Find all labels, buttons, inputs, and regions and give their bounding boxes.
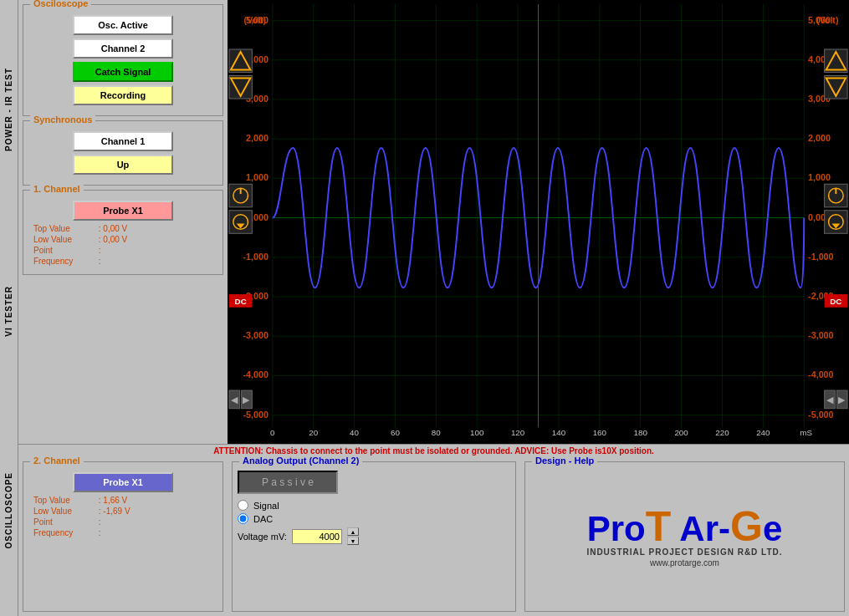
oscilloscope-group-title: Osciloscope [30,0,91,8]
svg-text:DC: DC [235,297,247,306]
logo-G: G [730,503,763,550]
design-help-group: Design - Help ProT Ar-Ge INDUSTRIAL PROJ… [524,461,845,612]
svg-text:mS: mS [800,428,812,437]
design-help-title: Design - Help [532,456,597,466]
channel2-top-label: Top Value [33,496,96,505]
channel1-low-value: : 0,00 V [99,235,127,244]
top-row: Osciloscope Osc. Active Channel 2 Catch … [18,0,849,444]
logo-subtitle: INDUSTRIAL PROJECT DESIGN R&D LTD. [586,547,782,557]
bottom-right-panel: Design - Help ProT Ar-Ge INDUSTRIAL PROJ… [520,457,849,616]
passive-button[interactable]: P a s s i v e [238,471,338,494]
channel2-button[interactable]: Channel 2 [73,38,173,59]
voltage-down-button[interactable]: ▼ [347,537,359,545]
voltage-input[interactable] [292,529,342,544]
svg-text:60: 60 [391,428,400,437]
channel2-point-label: Point [33,517,96,527]
channel2-title: 2. Channel [30,456,84,466]
svg-text:-3,000: -3,000 [243,330,268,340]
voltage-up-button[interactable]: ▲ [347,527,359,536]
channel1-title: 1. Channel [30,184,84,194]
analog-output-title: Analog Output (Channel 2) [239,456,362,466]
osc-active-button[interactable]: Osc. Active [73,15,173,35]
svg-text:-5,000: -5,000 [808,410,833,420]
synchronous-group-title: Synchronous [30,115,95,125]
svg-text:1,000: 1,000 [246,172,269,182]
channel1-point-row: Point : [33,246,212,255]
recording-button[interactable]: Recording [73,85,173,105]
channel1-freq-label: Frequency [33,257,96,266]
logo-space: Ar- [671,509,730,548]
dac-label: DAC [253,514,273,524]
channel1-point-label: Point [33,246,96,255]
channel1-freq-row: Frequency : [33,257,212,266]
svg-text:80: 80 [432,428,441,437]
bottom-middle-panel: Analog Output (Channel 2) P a s s i v e … [228,457,520,616]
channel1-group: 1. Channel Probe X1 Top Value : 0,00 V L… [23,190,223,275]
svg-text:100: 100 [470,428,484,437]
svg-text:180: 180 [634,428,648,437]
channel1-freq-value: : [99,257,101,266]
channel2-group: 2. Channel Probe X1 Top Value : 1,66 V L… [23,461,223,612]
bottom-section: 2. Channel Probe X1 Top Value : 1,66 V L… [18,457,849,616]
channel2-probe-button[interactable]: Probe X1 [73,472,173,492]
svg-text:(Volt): (Volt) [244,15,267,25]
bottom-left-panel: 2. Channel Probe X1 Top Value : 1,66 V L… [18,457,228,616]
svg-text:240: 240 [756,428,770,437]
dac-radio[interactable] [238,513,248,524]
dac-radio-row: DAC [238,513,510,524]
synchronous-group: Synchronous Channel 1 Up [23,120,223,186]
oscilloscope-group: Osciloscope Osc. Active Channel 2 Catch … [23,4,223,116]
voltage-spinner: ▲ ▼ [347,527,359,545]
svg-text:-5,000: -5,000 [243,410,268,420]
svg-text:▶: ▶ [838,395,846,405]
channel1-low-row: Low Value : 0,00 V [33,235,212,244]
channel1-probe-button[interactable]: Probe X1 [73,201,173,221]
logo-text: ProT Ar-Ge [587,506,783,547]
svg-text:2,000: 2,000 [246,133,269,143]
logo-area: ProT Ar-Ge INDUSTRIAL PROJECT DESIGN R&D… [530,467,839,606]
svg-text:(Volt): (Volt) [816,15,839,25]
logo-T: T [646,503,672,550]
svg-text:▶: ▶ [243,395,250,405]
svg-text:-1,000: -1,000 [808,252,833,262]
svg-text:120: 120 [511,428,525,437]
svg-text:-4,000: -4,000 [243,369,268,379]
left-sidebar: POWER - IR TEST VI TESTER OSCILLOSCOPE [0,0,18,616]
up-button[interactable]: Up [73,155,173,175]
svg-text:160: 160 [593,428,607,437]
vi-tester-label: VI TESTER [4,286,13,337]
channel2-low-row: Low Value : -1,69 V [33,507,212,516]
channel1-sync-button[interactable]: Channel 1 [73,131,173,151]
oscilloscope-label: OSCILLOSCOPE [4,472,13,548]
channel1-top-value: : 0,00 V [99,224,127,233]
channel1-top-row: Top Value : 0,00 V [33,224,212,233]
svg-text:-3,000: -3,000 [808,330,833,340]
power-ir-test-label: POWER - IR TEST [4,68,13,151]
svg-rect-85 [825,184,847,207]
channel1-top-label: Top Value [33,224,96,233]
logo-url: www.protarge.com [650,558,719,568]
channel2-low-label: Low Value [33,507,96,516]
catch-signal-button[interactable]: Catch Signal [73,62,173,82]
channel2-freq-label: Frequency [33,528,96,537]
channel2-low-value: : -1,69 V [99,507,130,516]
osc-svg: 5,000 4,000 3,000 2,000 1,000 0,000 -1,0… [228,0,849,444]
voltage-label: Voltage mV: [238,532,287,542]
signal-radio[interactable] [238,500,248,511]
svg-text:40: 40 [350,428,359,437]
logo-e: e [763,509,782,548]
svg-text:DC: DC [830,297,841,306]
svg-text:-4,000: -4,000 [808,369,833,379]
main-content: Osciloscope Osc. Active Channel 2 Catch … [18,0,849,616]
channel2-point-row: Point : [33,517,212,527]
channel2-freq-row: Frequency : [33,528,212,537]
channel2-freq-value: : [99,528,101,537]
svg-text:200: 200 [674,428,688,437]
svg-text:140: 140 [552,428,566,437]
analog-output-group: Analog Output (Channel 2) P a s s i v e … [232,461,516,612]
svg-text:20: 20 [309,428,318,437]
attention-bar: ATTENTION: Chassis to connect to the poi… [18,444,849,457]
logo-pro: Pro [587,509,646,548]
svg-rect-69 [229,184,252,207]
signal-radio-row: Signal [238,500,510,511]
